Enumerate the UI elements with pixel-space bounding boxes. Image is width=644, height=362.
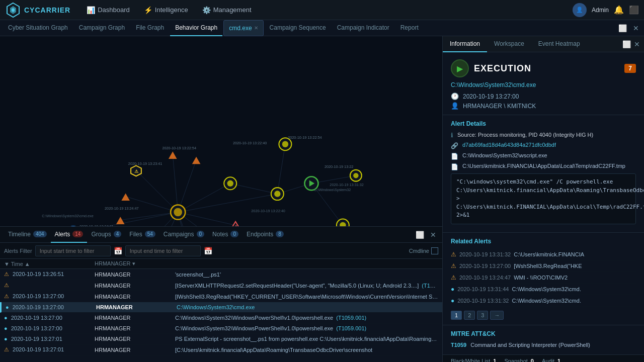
- alert-row[interactable]: ● 2020-10-19 13:27:01 HRMANAGER PS Exter…: [0, 334, 442, 344]
- btab-alerts[interactable]: Alerts 14: [51, 227, 88, 243]
- exec-play-button[interactable]: ▶: [451, 59, 469, 77]
- start-time-input[interactable]: [35, 245, 111, 256]
- bottom-tab-bar: Timeline 404 Alerts 14 Groups 4 Files 54…: [0, 227, 442, 243]
- snapshot-item[interactable]: Snapshot 0: [504, 358, 534, 362]
- tab-bar: Cyber Situation Graph Campaign Graph Fil…: [0, 20, 644, 36]
- alert-cmd: C:\Windows\System32\WindowsPowerShell\v1…: [175, 315, 438, 321]
- alert-host: HRMANAGER: [95, 294, 175, 300]
- tab-report[interactable]: Report: [395, 20, 424, 36]
- blackwhite-label: Black/White List: [451, 358, 490, 362]
- hash-link[interactable]: d7ab69fad18d4a643d84a271dfc0dbdf: [462, 142, 556, 148]
- btab-timeline[interactable]: Timeline 404: [4, 227, 51, 243]
- related-alert-row[interactable]: ⚠ 2020-10-19 13:24:47 WMI - \\ROOT\CIMV2: [451, 272, 636, 284]
- start-calendar-icon[interactable]: 📅: [114, 247, 122, 255]
- tab-cyber-situation[interactable]: Cyber Situation Graph: [3, 20, 73, 36]
- audit-label: Audit: [542, 358, 554, 362]
- blackwhite-list[interactable]: Black/White List 1: [451, 358, 496, 362]
- related-cmd: WMI - \\ROOT\CIMV2: [514, 275, 636, 281]
- alert-cmd: [IServerXMLHTTPRequest2.setRequestHeader…: [175, 283, 438, 289]
- related-time: 2020-10-19 13:27:00: [459, 263, 511, 269]
- btab-groups[interactable]: Groups 4: [87, 227, 125, 243]
- bottom-tab-expand-icon[interactable]: ⬜: [414, 230, 426, 240]
- user-icon: 👤: [451, 102, 459, 110]
- page-3-button[interactable]: 3: [477, 311, 488, 320]
- mitre-row[interactable]: T1059 Command and Scripting Interpreter …: [451, 340, 636, 349]
- svg-point-47: [353, 173, 358, 178]
- tab-file-graph[interactable]: File Graph: [131, 20, 169, 36]
- end-calendar-icon[interactable]: 📅: [204, 247, 212, 255]
- exec-icon: ●: [4, 325, 8, 331]
- tab-campaign-sequence[interactable]: Campaign Sequence: [265, 20, 331, 36]
- nav-management[interactable]: ⚙️ Management: [196, 0, 258, 20]
- bottom-tab-close-icon[interactable]: ✕: [428, 230, 438, 240]
- tab-close-icon[interactable]: ✕: [254, 25, 258, 31]
- related-cmd: [WshShell3.RegRead("HKE: [514, 263, 636, 269]
- clock-icon: 🕐: [451, 93, 459, 100]
- tab-campaign-indicator[interactable]: Campaign Indicator: [332, 20, 394, 36]
- svg-text:C:\Windows\System32\cmd.exe: C:\Windows\System32\cmd.exe: [42, 214, 94, 218]
- snapshot-count: 0: [531, 358, 534, 362]
- svg-text:2020-10-19 13:23:41: 2020-10-19 13:23:41: [128, 161, 162, 166]
- exec-datetime-row: 🕐 2020-10-19 13:27:00: [451, 93, 636, 100]
- page-1-button[interactable]: 1: [451, 311, 462, 320]
- col-time[interactable]: ▼ Time ▲: [4, 260, 95, 267]
- alert-time: ⚠ 2020-10-19 13:26:51: [4, 271, 95, 278]
- audit-item[interactable]: Audit 1: [542, 358, 560, 362]
- page-next-button[interactable]: →: [490, 311, 504, 320]
- rpanel-close-icon[interactable]: ✕: [634, 40, 640, 48]
- notifications-icon[interactable]: 🔔: [614, 5, 624, 15]
- svg-text:2020-10-19 13:22: 2020-10-19 13:22: [325, 164, 353, 169]
- alert-row[interactable]: ● 2020-10-19 13:27:00 HRMANAGER C:\Windo…: [0, 313, 442, 323]
- path2-row: 📄 C:\Users\kmitnick.FINANCIAL\AppData\Lo…: [451, 163, 636, 170]
- rpanel-tab-information[interactable]: Information: [443, 36, 487, 52]
- btab-endpoints[interactable]: Endpoints 8: [243, 227, 288, 243]
- related-alert-row[interactable]: ⚠ 2020-10-19 13:31:32 C:\Users\kmitnick.…: [451, 249, 636, 260]
- admin-label: Admin: [592, 7, 609, 14]
- nav-intelligence[interactable]: ⚡ Intelligence: [138, 0, 194, 20]
- mitre-section: MITRE ATT&CK T1059 Command and Scripting…: [443, 325, 644, 353]
- tab-cmdexe[interactable]: cmd.exe ✕: [223, 20, 263, 36]
- related-alert-row[interactable]: ⚠ 2020-10-19 13:27:00 [WshShell3.RegRead…: [451, 260, 636, 272]
- btab-campaigns[interactable]: Campaigns 0: [159, 227, 208, 243]
- warn-icon: ⚠: [4, 282, 9, 288]
- alert-row[interactable]: ⚠ 2020-10-19 13:27:01 HRMANAGER [C:\User…: [0, 344, 442, 355]
- alert-row[interactable]: ⚠ 2020-10-19 13:27:00 HRMANAGER [IWshShe…: [0, 291, 442, 302]
- main-content: ⚠ ⚠ ▶ ▶: [0, 36, 644, 362]
- alert-row[interactable]: ● 2020-10-19 13:27:00 HRMANAGER C:\Windo…: [0, 323, 442, 334]
- alert-host: HRMANAGER: [95, 315, 175, 321]
- col-host[interactable]: HRMANAGER ▾: [95, 260, 175, 267]
- btab-files[interactable]: Files 54: [125, 227, 159, 243]
- svg-point-41: [274, 191, 280, 197]
- right-panel: Information Workspace Event Heatmap ⬜ ✕ …: [443, 36, 644, 362]
- rpanel-minimize-icon[interactable]: ⬜: [622, 40, 631, 48]
- cmdline-toggle: Cmdline: [409, 247, 438, 254]
- bottom-panel: Timeline 404 Alerts 14 Groups 4 Files 54…: [0, 226, 442, 362]
- svg-point-43: [282, 141, 288, 147]
- avatar: 👤: [573, 3, 587, 17]
- related-alert-row[interactable]: ● 2020-10-19 13:31:44 C:\Windows\System3…: [451, 284, 636, 295]
- nav-items: 📊 Dashboard ⚡ Intelligence ⚙️ Management: [80, 0, 573, 20]
- related-warn-icon: ⚠: [451, 262, 456, 269]
- cmdline-checkbox[interactable]: [431, 247, 438, 254]
- alert-row[interactable]: ⚠ 2020-10-19 13:26:51 HRMANAGER 'screens…: [0, 269, 442, 280]
- tab-close-icon[interactable]: ✕: [631, 23, 641, 33]
- alert-cmd: [C:\Users\kmitnick.financial\AppData\Roa…: [175, 347, 438, 353]
- tab-behavior-graph[interactable]: Behavior Graph: [170, 20, 222, 36]
- end-time-input[interactable]: [125, 245, 201, 256]
- rpanel-tab-event-heatmap[interactable]: Event Heatmap: [531, 36, 587, 52]
- execution-header: ▶ EXECUTION 7 C:\Windows\System32\cmd.ex…: [443, 52, 644, 115]
- alert-row[interactable]: ● 2020-10-19 13:27:00 HRMANAGER C:\Windo…: [0, 302, 442, 313]
- related-alert-row[interactable]: ● 2020-10-19 13:31:32 C:\Windows\System3…: [451, 295, 636, 307]
- mitre-title: MITRE ATT&CK: [451, 330, 636, 337]
- source-row: ℹ Source: Process monitoring, PID 4040 (…: [451, 131, 636, 139]
- right-panel-bottom-bar: Black/White List 1 Snapshot 0 Audit 1: [443, 354, 644, 362]
- page-2-button[interactable]: 2: [464, 311, 475, 320]
- nav-dashboard[interactable]: 📊 Dashboard: [80, 0, 136, 20]
- logout-icon[interactable]: ⬛: [629, 5, 639, 15]
- alert-row[interactable]: ⚠ HRMANAGER [IServerXMLHTTPRequest2.setR…: [0, 280, 442, 291]
- right-panel-controls: ⬜ ✕: [622, 36, 644, 52]
- tab-campaign-graph[interactable]: Campaign Graph: [74, 20, 130, 36]
- rpanel-tab-workspace[interactable]: Workspace: [487, 36, 531, 52]
- tab-minimize-icon[interactable]: ⬜: [616, 23, 629, 33]
- btab-notes[interactable]: Notes 0: [208, 227, 243, 243]
